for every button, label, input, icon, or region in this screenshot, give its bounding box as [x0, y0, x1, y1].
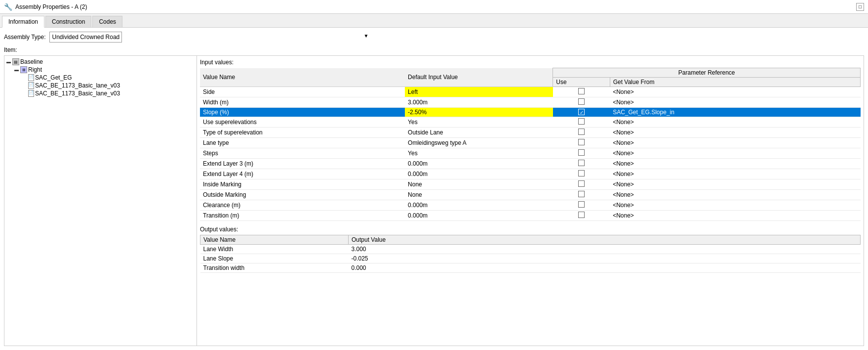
input-row-default[interactable]: 3.000m — [405, 97, 553, 108]
input-row-get-from[interactable]: <None> — [610, 117, 860, 128]
input-row-default[interactable]: Outside Lane — [405, 128, 553, 138]
tab-codes[interactable]: Codes — [92, 16, 122, 27]
input-row-get-from[interactable]: <None> — [610, 211, 860, 221]
input-row-use[interactable] — [553, 138, 610, 148]
item-label: Item: — [4, 46, 864, 53]
input-row-use[interactable] — [553, 97, 610, 108]
input-table-row: SideLeft<None> — [200, 87, 861, 97]
checkbox[interactable] — [578, 88, 585, 94]
input-row-get-from[interactable]: <None> — [610, 148, 860, 159]
main-content: Assembly Type: Undivided Crowned Road It… — [0, 28, 868, 350]
input-row-name: Slope (%) — [200, 108, 405, 117]
input-table-row: Transition (m)0.000m<None> — [200, 211, 861, 221]
input-values-label: Input values: — [200, 59, 861, 66]
tab-construction[interactable]: Construction — [45, 16, 91, 27]
checkbox[interactable] — [578, 149, 585, 156]
output-row-value: 3.000 — [349, 245, 861, 254]
expand-icon-baseline: ▬ — [6, 59, 11, 64]
input-row-use[interactable] — [553, 190, 610, 200]
tree-node-baseline[interactable]: ▬ ▤ Baseline — [6, 58, 195, 66]
tree-label-sac-be-1: SAC_BE_1173_Basic_lane_v03 — [35, 82, 120, 89]
input-row-name: Inside Marking — [200, 179, 405, 190]
input-row-get-from[interactable]: <None> — [610, 87, 860, 97]
right-panel: Input values: Value Name Default Input V… — [197, 56, 864, 346]
checkbox[interactable] — [578, 118, 585, 125]
input-row-default[interactable]: 0.000m — [405, 159, 553, 169]
input-row-use[interactable] — [553, 169, 610, 179]
input-row-default[interactable]: None — [405, 179, 553, 190]
output-values-label: Output values: — [200, 226, 861, 233]
input-row-get-from[interactable]: <None> — [610, 190, 860, 200]
checkbox[interactable] — [578, 180, 585, 187]
input-table-row: Outside MarkingNone<None> — [200, 190, 861, 200]
input-row-get-from[interactable]: <None> — [610, 97, 860, 108]
input-row-default[interactable]: Left — [405, 87, 553, 97]
tree-node-sac-be-1[interactable]: ▬ 📄 SAC_BE_1173_Basic_lane_v03 — [6, 82, 195, 89]
checkbox[interactable] — [578, 201, 585, 208]
checkbox[interactable] — [578, 212, 585, 218]
input-row-default[interactable]: Yes — [405, 148, 553, 159]
tree-label-sac-be-2: SAC_BE_1173_Basic_lane_v03 — [35, 90, 120, 97]
close-button[interactable]: □ — [856, 3, 864, 11]
output-row-name: Lane Width — [200, 245, 349, 254]
input-table-row: Lane typeOmleidingsweg type A<None> — [200, 138, 861, 148]
input-row-name: Transition (m) — [200, 211, 405, 221]
tree-node-sac-be-2[interactable]: ▬ 📄 SAC_BE_1173_Basic_lane_v03 — [6, 89, 195, 97]
input-table-row: Inside MarkingNone<None> — [200, 179, 861, 190]
checkbox[interactable] — [578, 129, 585, 135]
input-row-use[interactable] — [553, 108, 610, 117]
input-table-row: Width (m)3.000m<None> — [200, 97, 861, 108]
tab-information[interactable]: Information — [2, 16, 44, 28]
input-row-use[interactable] — [553, 128, 610, 138]
page-icon-3: 📄 — [28, 90, 34, 97]
input-row-use[interactable] — [553, 200, 610, 211]
input-row-get-from[interactable]: <None> — [610, 200, 860, 211]
input-row-name: Width (m) — [200, 97, 405, 108]
input-row-use[interactable] — [553, 211, 610, 221]
input-row-get-from[interactable]: <None> — [610, 159, 860, 169]
checkbox[interactable] — [578, 98, 585, 105]
input-row-use[interactable] — [553, 148, 610, 159]
input-table-row: Type of superelevationOutside Lane<None> — [200, 128, 861, 138]
input-row-get-from[interactable]: <None> — [610, 179, 860, 190]
input-row-use[interactable] — [553, 87, 610, 97]
checkbox[interactable] — [578, 139, 585, 145]
checkbox[interactable] — [578, 170, 585, 176]
th-use: Use — [553, 78, 610, 87]
input-row-get-from[interactable]: <None> — [610, 169, 860, 179]
tree-node-right[interactable]: ▬ ⊞ Right — [6, 66, 195, 74]
assembly-type-row: Assembly Type: Undivided Crowned Road — [4, 32, 864, 43]
input-table-row: Clearance (m)0.000m<None> — [200, 200, 861, 211]
input-row-default[interactable]: Omleidingsweg type A — [405, 138, 553, 148]
th-out-value-name: Value Name — [200, 235, 349, 245]
baseline-icon: ▤ — [12, 58, 19, 65]
input-row-name: Use superelevations — [200, 117, 405, 128]
input-row-default[interactable]: 0.000m — [405, 200, 553, 211]
page-icon-1: 📄 — [28, 74, 34, 81]
input-row-get-from[interactable]: SAC_Get_EG.Slope_in — [610, 108, 860, 117]
checkbox[interactable] — [578, 109, 585, 115]
input-row-use[interactable] — [553, 179, 610, 190]
page-icon-2: 📄 — [28, 82, 34, 89]
input-row-name: Outside Marking — [200, 190, 405, 200]
input-row-default[interactable]: 0.000m — [405, 169, 553, 179]
input-row-name: Type of superelevation — [200, 128, 405, 138]
input-row-default[interactable]: Yes — [405, 117, 553, 128]
input-row-get-from[interactable]: <None> — [610, 138, 860, 148]
input-row-default[interactable]: -2.50% — [405, 108, 553, 117]
input-row-name: Side — [200, 87, 405, 97]
title-bar-text: Assembly Properties - A (2) — [15, 3, 853, 10]
input-row-default[interactable]: None — [405, 190, 553, 200]
checkbox[interactable] — [578, 160, 585, 166]
th-param-ref: Parameter Reference — [553, 68, 861, 78]
tabs-bar: Information Construction Codes — [0, 14, 868, 28]
checkbox[interactable] — [578, 191, 585, 197]
tree-node-sac-get-eg[interactable]: ▬ 📄 SAC_Get_EG — [6, 74, 195, 82]
output-row-name: Transition width — [200, 263, 349, 273]
input-row-get-from[interactable]: <None> — [610, 128, 860, 138]
input-row-default[interactable]: 0.000m — [405, 211, 553, 221]
assembly-type-select[interactable]: Undivided Crowned Road — [49, 32, 122, 43]
input-row-name: Lane type — [200, 138, 405, 148]
input-row-use[interactable] — [553, 117, 610, 128]
input-row-use[interactable] — [553, 159, 610, 169]
